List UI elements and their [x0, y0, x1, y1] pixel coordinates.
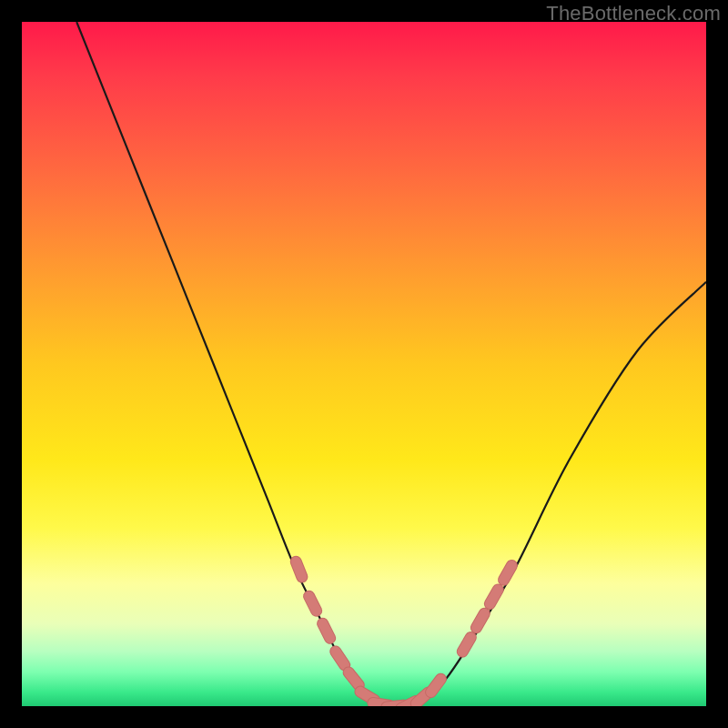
- bottleneck-curve-line: [76, 22, 706, 706]
- curve-marker: [323, 623, 330, 638]
- curve-marker: [296, 561, 302, 577]
- chart-plot-area: [22, 22, 706, 706]
- curve-marker: [504, 566, 512, 581]
- watermark-text: TheBottleneck.com: [546, 2, 721, 25]
- curve-marker: [309, 596, 317, 611]
- bottleneck-chart: [22, 22, 706, 706]
- curve-marker: [490, 590, 498, 604]
- curve-marker: [476, 613, 484, 628]
- curve-markers: [296, 561, 511, 706]
- curve-marker: [462, 638, 470, 652]
